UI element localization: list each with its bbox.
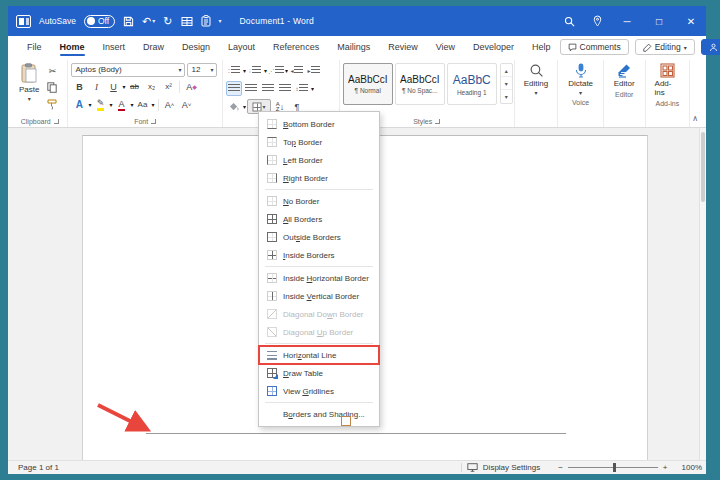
tab-developer[interactable]: Developer (464, 39, 523, 56)
menu-item-borders-and-shading[interactable]: Borders and Shading... (259, 405, 379, 423)
menu-item-view-gridlines[interactable]: View Gridlines (259, 382, 379, 400)
customize-toolbar-chevron[interactable]: ▾ (219, 18, 222, 24)
underline-button[interactable]: U (105, 79, 121, 94)
menu-item-horizontal-line[interactable]: Horizontal Line (259, 346, 379, 364)
multilevel-chevron-icon[interactable]: ▾ (285, 67, 288, 74)
tab-home[interactable]: Home (51, 39, 94, 56)
text-effects-button[interactable]: A (71, 97, 87, 112)
menu-item-inside-horizontal-border[interactable]: Inside Horizontal Border (259, 269, 379, 287)
page-indicator[interactable]: Page 1 of 1 (18, 463, 59, 472)
text-effects-chevron-icon[interactable]: ▾ (88, 101, 91, 108)
style-card--no-spac-[interactable]: AaBbCcI¶ No Spac... (395, 63, 445, 105)
align-left-button[interactable] (226, 81, 242, 96)
save-icon[interactable] (123, 16, 134, 27)
zoom-in-button[interactable]: + (663, 463, 668, 472)
menu-item-left-border[interactable]: Left Border (259, 151, 379, 169)
zoom-out-button[interactable]: − (558, 463, 563, 472)
zoom-level[interactable]: 100% (682, 463, 702, 472)
menu-item-outside-borders[interactable]: Outside Borders (259, 228, 379, 246)
editing-button[interactable]: Editing ▾ (518, 61, 555, 96)
comments-button[interactable]: Comments (560, 39, 629, 55)
tab-references[interactable]: References (264, 39, 328, 56)
paste-button[interactable]: Paste ▾ (15, 61, 43, 115)
zoom-slider-thumb[interactable] (613, 463, 616, 472)
align-center-button[interactable] (243, 81, 259, 96)
tab-view[interactable]: View (427, 39, 464, 56)
line-spacing-button[interactable]: ↕ (294, 81, 310, 96)
font-color-button[interactable]: A (114, 97, 130, 112)
minimize-button[interactable]: ─ (620, 16, 634, 27)
scrollbar-thumb[interactable] (701, 132, 705, 202)
multilevel-list-button[interactable]: ⋰ (268, 63, 284, 78)
dictate-button[interactable]: Dictate ▾ (561, 61, 600, 96)
menu-item-inside-borders[interactable]: Inside Borders (259, 246, 379, 264)
tab-file[interactable]: File (18, 39, 51, 56)
copy-icon[interactable] (44, 80, 60, 95)
styles-scroll-up-icon[interactable]: ▴ (501, 64, 512, 77)
strikethrough-button[interactable]: ab (126, 79, 142, 94)
italic-button[interactable]: I (88, 79, 104, 94)
dialog-launcher-icon[interactable] (54, 119, 59, 124)
share-button[interactable]: Share ▾ (701, 39, 720, 55)
tab-mailings[interactable]: Mailings (328, 39, 379, 56)
undo-chevron-icon[interactable]: ▾ (152, 18, 155, 24)
decrease-indent-button[interactable]: ◂ (289, 63, 305, 78)
clear-formatting-button[interactable]: A◆ (183, 79, 199, 94)
inserted-horizontal-line[interactable] (146, 433, 566, 434)
maximize-button[interactable]: □ (652, 16, 666, 27)
tab-help[interactable]: Help (523, 39, 560, 56)
menu-item-right-border[interactable]: Right Border (259, 169, 379, 187)
display-settings-label[interactable]: Display Settings (483, 463, 540, 472)
menu-item-draw-table[interactable]: Draw Table (259, 364, 379, 382)
search-icon[interactable] (564, 16, 575, 27)
tab-review[interactable]: Review (379, 39, 427, 56)
font-size-combo[interactable]: 12▾ (187, 63, 217, 77)
tab-insert[interactable]: Insert (94, 39, 135, 56)
subscript-button[interactable]: x₂ (143, 79, 159, 94)
autosave-toggle[interactable]: Off (84, 15, 115, 28)
zoom-slider[interactable] (568, 467, 658, 468)
vertical-scrollbar[interactable] (699, 128, 706, 460)
editor-button[interactable]: Editor (607, 61, 642, 88)
shading-chevron-icon[interactable]: ▾ (243, 103, 246, 110)
numbering-chevron-icon[interactable]: ▾ (264, 67, 267, 74)
editing-mode-button[interactable]: Editing ▾ (635, 39, 695, 55)
style-card-heading-1[interactable]: AaBbCHeading 1 (447, 63, 497, 105)
font-color-chevron-icon[interactable]: ▾ (131, 101, 134, 108)
dialog-launcher-icon[interactable] (435, 119, 440, 124)
tab-draw[interactable]: Draw (134, 39, 173, 56)
dialog-launcher-icon[interactable] (151, 119, 156, 124)
menu-item-bottom-border[interactable]: Bottom Border (259, 115, 379, 133)
highlight-chevron-icon[interactable]: ▾ (109, 101, 112, 108)
justify-button[interactable] (277, 81, 293, 96)
style-card--normal[interactable]: AaBbCcI¶ Normal (343, 63, 393, 105)
numbering-button[interactable]: ⁝ (247, 63, 263, 78)
align-right-button[interactable] (260, 81, 276, 96)
shading-button[interactable] (226, 99, 242, 114)
menu-item-all-borders[interactable]: All Borders (259, 210, 379, 228)
clipboard-icon[interactable] (201, 15, 211, 27)
bold-button[interactable]: B (71, 79, 87, 94)
undo-icon[interactable]: ↶▾ (142, 16, 155, 27)
menu-item-no-border[interactable]: No Border (259, 192, 379, 210)
styles-more-icon[interactable]: ▾ (501, 90, 512, 103)
line-spacing-chevron-icon[interactable]: ▾ (311, 85, 314, 92)
font-name-combo[interactable]: Aptos (Body)▾ (71, 63, 185, 77)
tab-layout[interactable]: Layout (219, 39, 264, 56)
bullets-button[interactable]: ⁚ (226, 63, 242, 78)
redo-icon[interactable]: ↻ (163, 16, 172, 27)
book-icon[interactable] (181, 16, 193, 27)
highlight-button[interactable]: ✎ (92, 97, 108, 112)
addins-button[interactable]: Add-ins (649, 61, 687, 97)
bullets-chevron-icon[interactable]: ▾ (243, 67, 246, 74)
format-painter-icon[interactable] (44, 97, 60, 112)
increase-indent-button[interactable]: ▸ (306, 63, 322, 78)
close-button[interactable]: ✕ (684, 16, 698, 27)
change-case-button[interactable]: Aa (135, 97, 151, 112)
underline-chevron-icon[interactable]: ▾ (122, 83, 125, 90)
menu-item-inside-vertical-border[interactable]: Inside Vertical Border (259, 287, 379, 305)
styles-scroll-down-icon[interactable]: ▾ (501, 77, 512, 90)
collapse-ribbon-icon[interactable]: ∧ (692, 114, 698, 123)
cut-icon[interactable]: ✂ (44, 63, 60, 78)
pin-icon[interactable] (593, 15, 602, 27)
